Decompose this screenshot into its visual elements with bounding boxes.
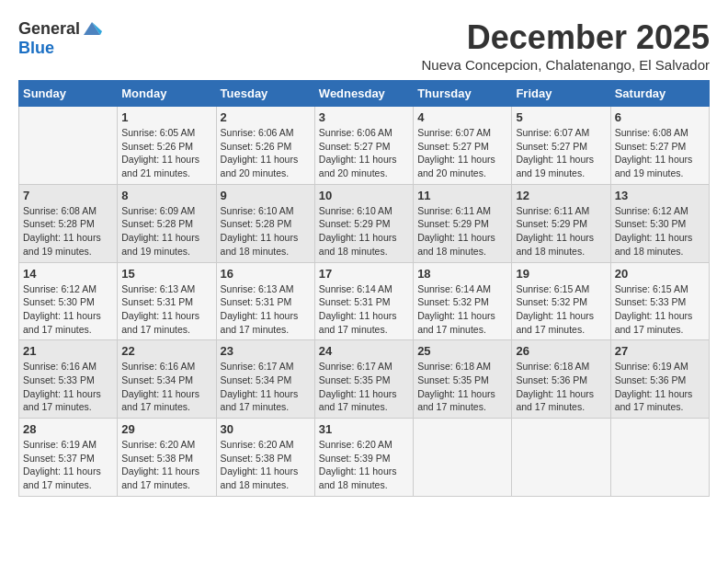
day-info: Sunrise: 6:20 AMSunset: 5:38 PMDaylight:… <box>121 438 211 492</box>
calendar-cell: 11Sunrise: 6:11 AMSunset: 5:29 PMDayligh… <box>414 184 512 262</box>
logo-general: General <box>18 19 80 39</box>
sunrise-text: Sunrise: 6:17 AM <box>221 360 311 373</box>
day-number: 18 <box>417 267 507 281</box>
day-info: Sunrise: 6:20 AMSunset: 5:38 PMDaylight:… <box>221 438 311 492</box>
month-title: December 2025 <box>421 18 710 57</box>
daylight-text: Daylight: 11 hours and 17 minutes. <box>121 465 211 491</box>
sunset-text: Sunset: 5:29 PM <box>417 217 507 231</box>
day-number: 2 <box>221 110 311 124</box>
day-info: Sunrise: 6:11 AMSunset: 5:29 PMDaylight:… <box>417 204 507 259</box>
header-cell-thursday: Thursday <box>414 81 512 107</box>
calendar-cell: 5Sunrise: 6:07 AMSunset: 5:27 PMDaylight… <box>512 107 610 185</box>
day-number: 3 <box>319 110 409 124</box>
day-info: Sunrise: 6:14 AMSunset: 5:32 PMDaylight:… <box>417 282 507 337</box>
daylight-text: Daylight: 11 hours and 17 minutes. <box>221 387 311 414</box>
calendar-cell: 30Sunrise: 6:20 AMSunset: 5:38 PMDayligh… <box>216 419 314 497</box>
daylight-text: Daylight: 11 hours and 21 minutes. <box>121 153 211 179</box>
calendar-cell: 2Sunrise: 6:06 AMSunset: 5:26 PMDaylight… <box>216 107 314 185</box>
day-info: Sunrise: 6:15 AMSunset: 5:32 PMDaylight:… <box>516 282 606 337</box>
header-cell-tuesday: Tuesday <box>216 81 314 107</box>
day-number: 21 <box>23 344 113 358</box>
day-info: Sunrise: 6:08 AMSunset: 5:27 PMDaylight:… <box>615 126 705 180</box>
day-number: 19 <box>516 267 606 281</box>
logo-blue: Blue <box>18 39 54 57</box>
calendar-cell: 16Sunrise: 6:13 AMSunset: 5:31 PMDayligh… <box>216 262 314 340</box>
calendar-week-row: 28Sunrise: 6:19 AMSunset: 5:37 PMDayligh… <box>19 419 710 497</box>
daylight-text: Daylight: 11 hours and 18 minutes. <box>221 231 311 258</box>
calendar-body: 1Sunrise: 6:05 AMSunset: 5:26 PMDaylight… <box>19 107 710 497</box>
calendar-cell: 27Sunrise: 6:19 AMSunset: 5:36 PMDayligh… <box>610 340 709 419</box>
sunrise-text: Sunrise: 6:20 AM <box>221 438 311 452</box>
day-info: Sunrise: 6:09 AMSunset: 5:28 PMDaylight:… <box>121 204 211 259</box>
sunrise-text: Sunrise: 6:06 AM <box>319 126 409 140</box>
sunset-text: Sunset: 5:26 PM <box>121 140 211 154</box>
sunset-text: Sunset: 5:26 PM <box>221 140 311 154</box>
sunset-text: Sunset: 5:34 PM <box>121 373 211 387</box>
day-number: 13 <box>615 189 705 202</box>
sunset-text: Sunset: 5:31 PM <box>221 295 311 309</box>
calendar-header-row: SundayMondayTuesdayWednesdayThursdayFrid… <box>19 81 710 107</box>
sunrise-text: Sunrise: 6:13 AM <box>121 282 211 296</box>
page-header: General Blue December 2025 Nueva Concepc… <box>18 18 710 73</box>
sunset-text: Sunset: 5:35 PM <box>319 373 409 387</box>
sunset-text: Sunset: 5:37 PM <box>23 452 113 465</box>
sunset-text: Sunset: 5:27 PM <box>319 140 409 154</box>
header-cell-friday: Friday <box>512 81 610 107</box>
day-number: 25 <box>417 344 507 358</box>
sunset-text: Sunset: 5:29 PM <box>516 217 606 231</box>
calendar-cell: 10Sunrise: 6:10 AMSunset: 5:29 PMDayligh… <box>314 184 413 262</box>
sunrise-text: Sunrise: 6:16 AM <box>121 360 211 373</box>
logo: General Blue <box>18 18 102 58</box>
day-number: 27 <box>615 344 705 358</box>
day-info: Sunrise: 6:19 AMSunset: 5:36 PMDaylight:… <box>615 360 705 414</box>
daylight-text: Daylight: 11 hours and 17 minutes. <box>615 309 705 336</box>
daylight-text: Daylight: 11 hours and 20 minutes. <box>221 153 311 179</box>
sunrise-text: Sunrise: 6:10 AM <box>221 204 311 218</box>
calendar-cell: 19Sunrise: 6:15 AMSunset: 5:32 PMDayligh… <box>512 262 610 340</box>
header-cell-monday: Monday <box>118 81 216 107</box>
sunset-text: Sunset: 5:39 PM <box>319 452 409 465</box>
sunrise-text: Sunrise: 6:14 AM <box>319 282 409 296</box>
sunset-text: Sunset: 5:28 PM <box>121 217 211 231</box>
sunset-text: Sunset: 5:29 PM <box>319 217 409 231</box>
daylight-text: Daylight: 11 hours and 17 minutes. <box>121 309 211 336</box>
day-number: 10 <box>319 189 409 202</box>
daylight-text: Daylight: 11 hours and 19 minutes. <box>516 153 606 179</box>
sunrise-text: Sunrise: 6:19 AM <box>23 438 113 452</box>
calendar-cell: 1Sunrise: 6:05 AMSunset: 5:26 PMDaylight… <box>118 107 216 185</box>
day-number: 11 <box>417 189 507 202</box>
title-section: December 2025 Nueva Concepcion, Chalaten… <box>421 18 710 73</box>
day-info: Sunrise: 6:17 AMSunset: 5:34 PMDaylight:… <box>221 360 311 414</box>
day-info: Sunrise: 6:16 AMSunset: 5:33 PMDaylight:… <box>23 360 113 414</box>
calendar-cell <box>414 419 512 497</box>
calendar-cell: 14Sunrise: 6:12 AMSunset: 5:30 PMDayligh… <box>19 262 118 340</box>
sunset-text: Sunset: 5:30 PM <box>23 295 113 309</box>
day-number: 9 <box>221 189 311 202</box>
day-info: Sunrise: 6:13 AMSunset: 5:31 PMDaylight:… <box>121 282 211 337</box>
sunrise-text: Sunrise: 6:10 AM <box>319 204 409 218</box>
calendar-cell: 6Sunrise: 6:08 AMSunset: 5:27 PMDaylight… <box>610 107 709 185</box>
sunset-text: Sunset: 5:38 PM <box>221 452 311 465</box>
sunset-text: Sunset: 5:31 PM <box>319 295 409 309</box>
day-number: 6 <box>615 110 705 124</box>
day-number: 22 <box>121 344 211 358</box>
day-info: Sunrise: 6:19 AMSunset: 5:37 PMDaylight:… <box>23 438 113 492</box>
calendar-cell: 18Sunrise: 6:14 AMSunset: 5:32 PMDayligh… <box>414 262 512 340</box>
daylight-text: Daylight: 11 hours and 17 minutes. <box>121 387 211 414</box>
sunrise-text: Sunrise: 6:15 AM <box>516 282 606 296</box>
calendar-cell: 15Sunrise: 6:13 AMSunset: 5:31 PMDayligh… <box>118 262 216 340</box>
calendar-week-row: 21Sunrise: 6:16 AMSunset: 5:33 PMDayligh… <box>19 340 710 419</box>
day-number: 28 <box>23 422 113 436</box>
sunset-text: Sunset: 5:32 PM <box>516 295 606 309</box>
daylight-text: Daylight: 11 hours and 19 minutes. <box>121 231 211 258</box>
day-info: Sunrise: 6:05 AMSunset: 5:26 PMDaylight:… <box>121 126 211 180</box>
sunrise-text: Sunrise: 6:11 AM <box>516 204 606 218</box>
day-info: Sunrise: 6:20 AMSunset: 5:39 PMDaylight:… <box>319 438 409 492</box>
daylight-text: Daylight: 11 hours and 17 minutes. <box>23 309 113 336</box>
sunset-text: Sunset: 5:33 PM <box>23 373 113 387</box>
daylight-text: Daylight: 11 hours and 20 minutes. <box>417 153 507 179</box>
sunset-text: Sunset: 5:38 PM <box>121 452 211 465</box>
sunset-text: Sunset: 5:34 PM <box>221 373 311 387</box>
sunrise-text: Sunrise: 6:18 AM <box>417 360 507 373</box>
day-number: 17 <box>319 267 409 281</box>
